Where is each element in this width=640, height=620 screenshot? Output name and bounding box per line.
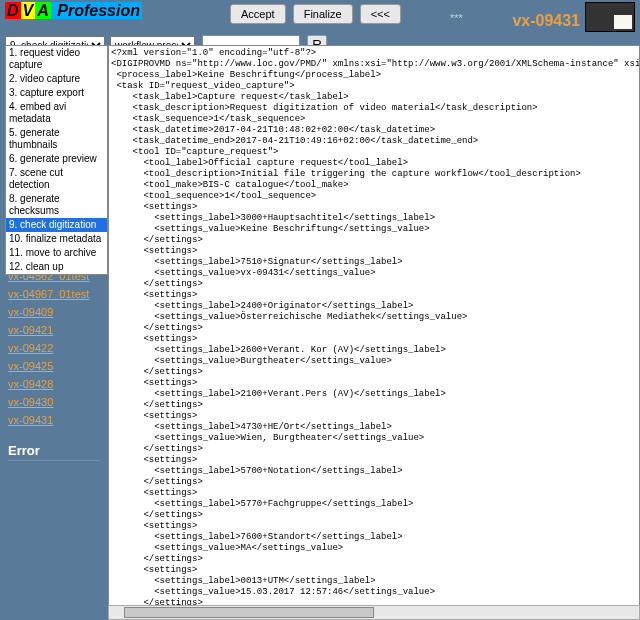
dropdown-item[interactable]: 8. generate checksums	[6, 192, 107, 218]
dropdown-item[interactable]: 6. generate preview	[6, 152, 107, 166]
horizontal-scrollbar[interactable]	[108, 605, 640, 620]
sidebar-item[interactable]: vx-09425	[8, 357, 100, 375]
sidebar-item[interactable]: vx-09422	[8, 339, 100, 357]
sidebar-item[interactable]: vx-09431	[8, 411, 100, 429]
dropdown-item[interactable]: 1. request video capture	[6, 46, 107, 72]
accept-button[interactable]: Accept	[230, 4, 286, 24]
sidebar-item[interactable]: vx-09409	[8, 303, 100, 321]
xml-content: <?xml version="1.0" encoding="utf-8"?> <…	[109, 46, 639, 620]
dropdown-item[interactable]: 3. capture export	[6, 86, 107, 100]
scrollbar-thumb[interactable]	[124, 607, 374, 618]
status-dots: ***	[450, 12, 463, 24]
step-dropdown-list[interactable]: 1. request video capture2. video capture…	[5, 45, 108, 275]
main-panel[interactable]: <?xml version="1.0" encoding="utf-8"?> <…	[108, 45, 640, 620]
dropdown-item[interactable]: 7. scene cut detection	[6, 166, 107, 192]
dropdown-item[interactable]: 12. clean up	[6, 260, 107, 274]
dropdown-item[interactable]: 2. video capture	[6, 72, 107, 86]
finalize-button[interactable]: Finalize	[293, 4, 353, 24]
dropdown-item[interactable]: 4. embed avi metadata	[6, 100, 107, 126]
header: DVA Profession Accept Finalize <<< *** v…	[0, 0, 640, 35]
dropdown-item[interactable]: 9. check digitization	[6, 218, 107, 232]
dropdown-item[interactable]: 5. generate thumbnails	[6, 126, 107, 152]
sidebar-item[interactable]: vx-09430	[8, 393, 100, 411]
video-preview[interactable]	[585, 2, 635, 32]
page-title: vx-09431	[512, 12, 580, 30]
sidebar-item[interactable]: vx-09428	[8, 375, 100, 393]
sidebar-item[interactable]: vx-09421	[8, 321, 100, 339]
sidebar-item[interactable]: vx-04967_01test	[8, 285, 100, 303]
dropdown-item[interactable]: 11. move to archive	[6, 246, 107, 260]
error-heading: Error	[8, 441, 100, 461]
app-logo: DVA Profession	[5, 2, 142, 20]
dropdown-item[interactable]: 10. finalize metadata	[6, 232, 107, 246]
top-buttons: Accept Finalize <<<	[230, 4, 405, 24]
back-button[interactable]: <<<	[360, 4, 401, 24]
